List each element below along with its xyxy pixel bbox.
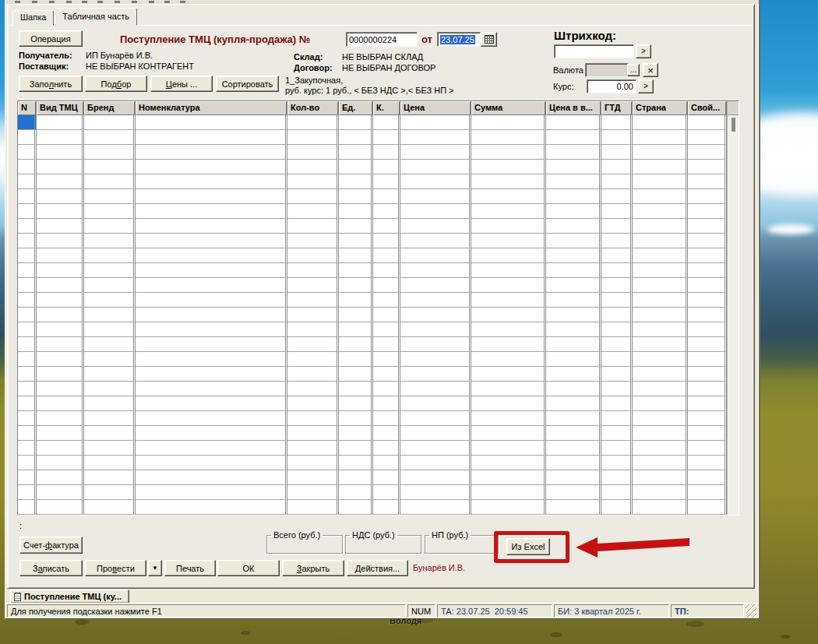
table-cell[interactable]: [601, 174, 633, 189]
table-cell[interactable]: [287, 411, 339, 426]
table-cell[interactable]: [136, 367, 287, 382]
table-cell[interactable]: [136, 337, 287, 352]
table-cell[interactable]: [18, 204, 37, 219]
table-scrollbar[interactable]: [727, 101, 739, 515]
table-cell[interactable]: [633, 352, 688, 367]
table-scrollbar-thumb[interactable]: [732, 118, 735, 132]
table-cell[interactable]: [136, 382, 287, 396]
table-cell[interactable]: [688, 322, 727, 337]
table-cell[interactable]: [18, 189, 37, 204]
table-cell[interactable]: [84, 293, 136, 308]
table-cell[interactable]: [471, 278, 546, 293]
table-cell[interactable]: [633, 174, 688, 189]
table-cell[interactable]: [136, 145, 287, 160]
table-cell[interactable]: [37, 234, 84, 248]
table-cell[interactable]: [400, 145, 471, 160]
table-cell[interactable]: [84, 352, 136, 367]
table-cell[interactable]: [339, 352, 373, 367]
table-cell[interactable]: [601, 411, 633, 426]
table-cell[interactable]: [633, 382, 688, 396]
table-cell[interactable]: [471, 234, 546, 248]
table-cell[interactable]: [84, 337, 136, 352]
table-cell[interactable]: [633, 130, 688, 145]
table-cell[interactable]: [688, 500, 727, 515]
table-cell[interactable]: [287, 293, 339, 308]
table-cell[interactable]: [601, 160, 633, 174]
table-cell[interactable]: [37, 382, 84, 396]
table-cell[interactable]: [339, 204, 373, 219]
table-cell[interactable]: [400, 367, 471, 382]
table-cell[interactable]: [18, 248, 37, 263]
table-cell[interactable]: [373, 130, 400, 145]
table-cell[interactable]: [287, 470, 339, 485]
table-cell[interactable]: [84, 382, 136, 396]
prices-button[interactable]: Цены ...: [150, 76, 213, 92]
table-cell[interactable]: [688, 352, 727, 367]
table-cell[interactable]: [601, 426, 633, 441]
ok-button[interactable]: ОК: [217, 560, 280, 576]
table-cell[interactable]: [601, 293, 633, 308]
table-cell[interactable]: [400, 278, 471, 293]
table-cell[interactable]: [339, 234, 373, 248]
table-cell[interactable]: [546, 130, 601, 145]
table-cell[interactable]: [633, 293, 688, 308]
table-cell[interactable]: [37, 204, 84, 219]
table-cell[interactable]: [688, 308, 727, 322]
table-cell[interactable]: [18, 426, 37, 441]
table-cell[interactable]: [84, 189, 136, 204]
table-cell[interactable]: [471, 308, 546, 322]
table-cell[interactable]: [84, 308, 136, 322]
table-cell[interactable]: [339, 500, 373, 515]
table-cell[interactable]: [688, 485, 727, 500]
table-cell[interactable]: [601, 130, 633, 145]
table-cell[interactable]: [373, 174, 400, 189]
table-cell[interactable]: [18, 308, 37, 322]
table-cell[interactable]: [373, 456, 400, 470]
table-cell[interactable]: [37, 352, 84, 367]
table-cell[interactable]: [633, 367, 688, 382]
table-cell[interactable]: [400, 189, 471, 204]
document-number-input[interactable]: 0000000224: [346, 32, 418, 47]
table-cell[interactable]: [339, 160, 373, 174]
table-cell[interactable]: [373, 219, 400, 234]
table-cell[interactable]: [37, 278, 84, 293]
table-cell[interactable]: [37, 145, 84, 160]
table-cell[interactable]: [546, 234, 601, 248]
table-cell[interactable]: [339, 456, 373, 470]
table-cell[interactable]: [546, 470, 601, 485]
table-cell[interactable]: [339, 189, 373, 204]
table-cell[interactable]: [373, 189, 400, 204]
table-cell[interactable]: [287, 308, 339, 322]
table-cell[interactable]: [84, 485, 136, 500]
table-cell[interactable]: [373, 352, 400, 367]
table-cell[interactable]: [18, 337, 37, 352]
table-cell[interactable]: [471, 441, 546, 456]
table-cell[interactable]: [136, 308, 287, 322]
table-cell[interactable]: [601, 337, 633, 352]
table-cell[interactable]: [18, 234, 37, 248]
table-cell[interactable]: [688, 382, 727, 396]
barcode-input[interactable]: [554, 44, 634, 58]
table-cell[interactable]: [287, 367, 339, 382]
table-cell[interactable]: [546, 456, 601, 470]
table-cell[interactable]: [18, 411, 37, 426]
table-cell[interactable]: [471, 396, 546, 411]
table-cell[interactable]: [37, 219, 84, 234]
table-cell[interactable]: [546, 411, 601, 426]
column-header-3[interactable]: Номенклатура: [136, 101, 287, 115]
table-cell[interactable]: [287, 174, 339, 189]
table-cell[interactable]: [688, 426, 727, 441]
table-cell[interactable]: [688, 234, 727, 248]
table-cell[interactable]: [84, 322, 136, 337]
table-cell[interactable]: [546, 189, 601, 204]
table-cell[interactable]: [373, 411, 400, 426]
table-cell[interactable]: [136, 189, 287, 204]
table-cell[interactable]: [400, 234, 471, 248]
currency-field[interactable]: [585, 63, 629, 77]
table-cell[interactable]: [339, 263, 373, 278]
table-cell[interactable]: [471, 382, 546, 396]
table-cell[interactable]: [400, 263, 471, 278]
table-cell[interactable]: [136, 204, 287, 219]
table-cell[interactable]: [688, 278, 727, 293]
table-cell[interactable]: [688, 248, 727, 263]
